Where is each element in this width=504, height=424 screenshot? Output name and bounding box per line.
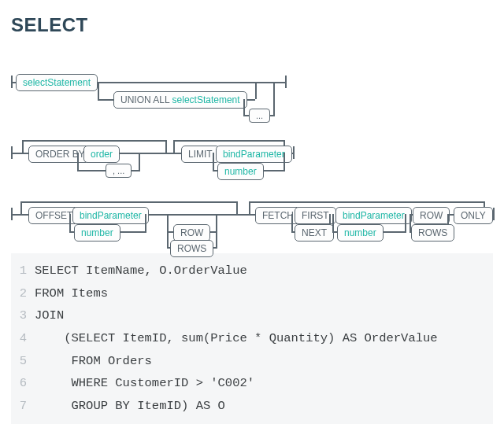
kw-order-by: ORDER BY — [28, 146, 92, 163]
code-text: JOIN — [35, 304, 64, 327]
kw-next: NEXT — [295, 224, 334, 241]
syntax-diagram: selectStatement UNION ALL selectStatemen… — [11, 42, 493, 247]
code-line: 7 GROUP BY ItemID) AS O — [11, 395, 493, 418]
code-block: 1SELECT ItemName, O.OrderValue 2FROM Ite… — [11, 253, 493, 424]
code-text: GROUP BY ItemID) AS O — [35, 395, 225, 418]
nt-bindParameter-2: bindParameter — [72, 207, 149, 224]
page-title: SELECT — [11, 14, 493, 36]
kw-rows: ROWS — [170, 240, 213, 257]
line-number: 8 — [11, 418, 35, 424]
line-number: 2 — [11, 282, 35, 305]
nt-number-2: number — [74, 224, 120, 241]
nt-bindParameter-3: bindParameter — [335, 207, 412, 224]
code-text: WHERE CustomerID > 'C002' — [35, 372, 254, 395]
nt-selectStatement: selectStatement — [16, 74, 98, 91]
loop-dots: ... — [249, 109, 270, 123]
code-text: FROM Items — [35, 282, 108, 305]
code-line: 5 FROM Orders — [11, 350, 493, 373]
code-text: FROM Orders — [35, 350, 152, 373]
nt-order: order — [83, 146, 120, 163]
line-number: 3 — [11, 304, 35, 327]
loop-dots-order: , ... — [106, 164, 132, 178]
code-line: 4 (SELECT ItemID, sum(Price * Quantity) … — [11, 327, 493, 350]
kw-union-all: UNION ALL selectStatement — [113, 91, 247, 109]
line-number: 4 — [11, 327, 35, 350]
nt-number: number — [217, 163, 264, 180]
nt-bindParameter: bindParameter — [216, 146, 292, 163]
code-text: ON Items.ItemID = O.ItemID; — [35, 418, 232, 424]
kw-only: ONLY — [454, 207, 493, 224]
code-text: (SELECT ItemID, sum(Price * Quantity) AS… — [35, 327, 438, 350]
code-line: 3JOIN — [11, 304, 493, 327]
kw-row-2: ROW — [413, 207, 450, 224]
line-number: 6 — [11, 372, 35, 395]
line-number: 7 — [11, 395, 35, 418]
code-line: 6 WHERE CustomerID > 'C002' — [11, 372, 493, 395]
code-text: SELECT ItemName, O.OrderValue — [35, 260, 247, 282]
kw-rows-2: ROWS — [411, 224, 454, 241]
line-number: 5 — [11, 350, 35, 373]
line-number: 1 — [11, 260, 35, 282]
code-line: 1SELECT ItemName, O.OrderValue — [11, 260, 493, 282]
kw-row: ROW — [173, 224, 210, 241]
code-line: 2FROM Items — [11, 282, 493, 305]
code-line: 8ON Items.ItemID = O.ItemID; — [11, 418, 493, 424]
nt-number-3: number — [337, 224, 384, 241]
